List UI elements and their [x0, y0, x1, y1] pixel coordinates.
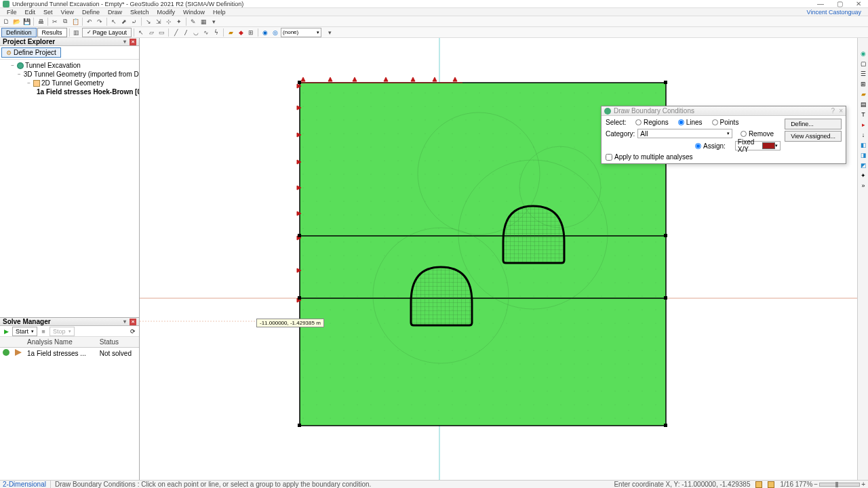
spline-icon[interactable]: ϟ	[212, 28, 221, 37]
solve-close-icon[interactable]: ×	[130, 319, 136, 325]
tree-node-2d[interactable]: −2D Tunnel Geometry	[1, 79, 138, 87]
radio-lines[interactable]	[678, 119, 684, 125]
copy-icon[interactable]: ⧉	[60, 17, 70, 26]
mesh-icon[interactable]: ⊞	[246, 28, 256, 37]
canvas[interactable]: -11.000000, -1.429385 m Draw Boundary Co…	[140, 38, 857, 480]
region-icon[interactable]: ▱	[146, 28, 156, 37]
assign-dropdown[interactable]: Fixed X/Y	[735, 141, 781, 150]
tool2-icon[interactable]: ⬈	[119, 17, 129, 26]
menu-sketch[interactable]: Sketch	[126, 9, 153, 16]
rtool-load-icon[interactable]: ↓	[859, 130, 868, 140]
menu-help[interactable]: Help	[209, 9, 230, 16]
define-project-button[interactable]: Define Project	[1, 47, 61, 58]
radio-remove[interactable]	[741, 131, 747, 137]
rtool-box-icon[interactable]: ▢	[859, 59, 868, 68]
user-name[interactable]: Vincent Castonguay	[803, 9, 865, 16]
polyline-icon[interactable]: 〳	[181, 28, 191, 37]
layer-expand-icon[interactable]: ▾	[325, 28, 334, 37]
curve-icon[interactable]: ∿	[201, 28, 211, 37]
apply-multiple-checkbox[interactable]	[606, 154, 612, 161]
category-dropdown[interactable]: All	[637, 129, 732, 138]
rtool-graph-icon[interactable]: ◨	[859, 150, 868, 160]
rtool-text-icon[interactable]: T	[859, 110, 868, 119]
zoom-in-icon[interactable]: +	[861, 481, 865, 488]
save-icon[interactable]: 💾	[22, 17, 31, 26]
print-icon[interactable]: 🖶	[36, 17, 45, 26]
tool1-icon[interactable]: ↖	[109, 17, 119, 26]
rtool-result-icon[interactable]: ◧	[859, 140, 868, 150]
menu-window[interactable]: Window	[179, 9, 209, 16]
dialog-titlebar[interactable]: Draw Boundary Conditions ?×	[601, 106, 846, 116]
radio-points[interactable]	[712, 119, 718, 125]
view2-icon[interactable]: ◎	[271, 28, 280, 37]
redo-icon[interactable]: ↷	[95, 17, 104, 26]
tool10-icon[interactable]: ▾	[209, 17, 218, 26]
definition-tab[interactable]: Definition	[1, 28, 37, 37]
refresh-icon[interactable]: ⟳	[128, 327, 138, 336]
arc-icon[interactable]: ◡	[191, 28, 201, 37]
rtool-bc-icon[interactable]: ▸	[859, 120, 868, 129]
define-button[interactable]: Define...	[785, 119, 842, 129]
layer-dropdown[interactable]: (none)	[281, 28, 321, 37]
rtool-settings-icon[interactable]: ✦	[859, 171, 868, 180]
solve-pin-icon[interactable]: ▾	[121, 319, 128, 325]
close-button[interactable]: ✕	[852, 0, 865, 7]
tool4-icon[interactable]: ↘	[144, 17, 153, 26]
table-row[interactable]: 1a Field stresses ... Not solved	[0, 348, 139, 359]
radio-assign[interactable]	[695, 143, 701, 149]
rtool-mesh-icon[interactable]: ⊞	[859, 79, 868, 89]
rtool-layers-icon[interactable]: ☰	[859, 69, 868, 79]
open-icon[interactable]: 📂	[12, 17, 21, 26]
tree-root[interactable]: −Tunnel Excavation	[1, 61, 138, 70]
page-layout-toggle[interactable]: Page Layout	[82, 28, 132, 37]
menu-view[interactable]: View	[57, 9, 78, 16]
zoom-out-icon[interactable]: −	[814, 481, 818, 488]
tool6-icon[interactable]: ⊹	[164, 17, 174, 26]
dialog-help-icon[interactable]: ?	[831, 107, 835, 115]
view-assigned-button[interactable]: View Assigned...	[785, 131, 842, 142]
stop-icon[interactable]: ■	[39, 327, 48, 336]
maximize-button[interactable]: ▢	[833, 0, 846, 7]
solve-stop-dropdown[interactable]: Stop	[50, 327, 75, 336]
play-icon[interactable]: ▶	[1, 327, 11, 336]
cut-icon[interactable]: ✂	[50, 17, 60, 26]
status-icon1[interactable]	[755, 481, 762, 488]
menu-draw[interactable]: Draw	[104, 9, 126, 16]
zoom-slider[interactable]	[819, 483, 860, 487]
undo-icon[interactable]: ↶	[85, 17, 94, 26]
rtool-contour-icon[interactable]: ◩	[859, 161, 868, 170]
panel-close-icon[interactable]: ×	[130, 39, 136, 45]
paste-icon[interactable]: 📋	[71, 17, 80, 26]
menu-modify[interactable]: Modify	[153, 9, 179, 16]
tool3-icon[interactable]: ⤾	[130, 17, 139, 26]
layout-icon[interactable]: ▥	[72, 28, 81, 37]
minimize-button[interactable]: —	[814, 0, 827, 7]
results-tab[interactable]: Results	[37, 28, 67, 37]
view1-icon[interactable]: ◉	[260, 28, 270, 37]
line-icon[interactable]: ╱	[171, 28, 180, 37]
menu-define[interactable]: Define	[78, 9, 104, 16]
rtool-expand-icon[interactable]: »	[859, 181, 868, 190]
menu-edit[interactable]: Edit	[21, 9, 40, 16]
menu-set[interactable]: Set	[39, 9, 57, 16]
panel-pin-icon[interactable]: ▾	[121, 39, 128, 45]
tool7-icon[interactable]: ✦	[174, 17, 184, 26]
material-icon[interactable]: ▰	[226, 28, 235, 37]
dialog-close-icon[interactable]: ×	[839, 107, 843, 115]
rtool-globe-icon[interactable]: ◉	[859, 49, 868, 58]
tree-node-3d[interactable]: −3D Tunnel Geometry (imported from DXG)	[1, 70, 138, 79]
solve-start-dropdown[interactable]: Start	[12, 327, 37, 336]
pointer-icon[interactable]: ↖	[136, 28, 146, 37]
box-icon[interactable]: ▭	[157, 28, 166, 37]
rtool-table-icon[interactable]: ▤	[859, 100, 868, 109]
rtool-material-icon[interactable]: ▰	[859, 89, 868, 99]
radio-regions[interactable]	[635, 119, 642, 125]
menu-file[interactable]: File	[3, 9, 21, 16]
tool8-icon[interactable]: ✎	[189, 17, 198, 26]
new-icon[interactable]: 🗋	[1, 17, 11, 26]
tool5-icon[interactable]: ⇲	[154, 17, 163, 26]
bc-icon[interactable]: ◆	[236, 28, 245, 37]
tool9-icon[interactable]: ▦	[199, 17, 208, 26]
status-icon2[interactable]	[768, 481, 774, 488]
tree-node-analysis[interactable]: 1a Field stresses Hoek-Brown [0 sec]	[1, 87, 138, 96]
